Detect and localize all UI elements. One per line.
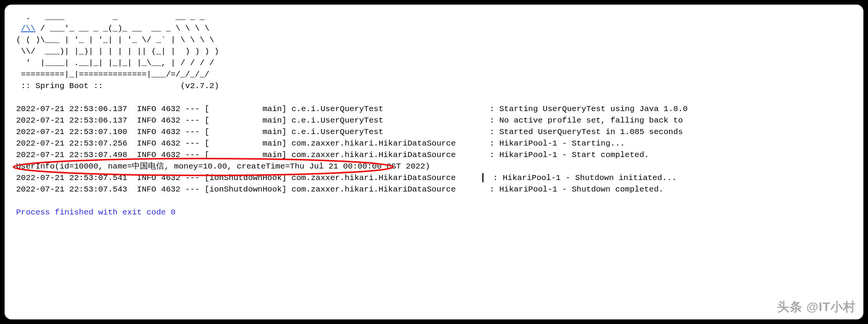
banner-line: /\\ / ___'_ __ _ _(_)_ __ __ _ \ \ \ \ [16, 23, 852, 34]
banner-link[interactable]: /\\ [21, 24, 36, 33]
log-line: 2022-07-21 22:53:07.541 INFO 4632 --- [i… [16, 172, 852, 184]
log-text: 2022-07-21 22:53:07.541 INFO 4632 --- [i… [16, 173, 480, 182]
banner-line: . ____ _ __ _ _ [16, 11, 852, 23]
banner-text [16, 24, 21, 33]
banner-line: =========|_|==============|___/=/_/_/_/ [16, 69, 852, 80]
banner-line: :: Spring Boot :: (v2.7.2) [16, 80, 852, 92]
log-line: 2022-07-21 22:53:07.543 INFO 4632 --- [i… [16, 184, 852, 195]
banner-line: ' |____| .__|_| |_|_| |_\__, | / / / / [16, 57, 852, 69]
banner-line: \\/ ___)| |_)| | | | | || (_| | ) ) ) ) [16, 46, 852, 57]
log-line: 2022-07-21 22:53:07.256 INFO 4632 --- [ … [16, 138, 852, 149]
log-line: 2022-07-21 22:53:06.137 INFO 4632 --- [ … [16, 103, 852, 115]
log-line-highlighted: UserInfo(id=10000, name=中国电信, money=10.0… [16, 161, 852, 172]
log-line: 2022-07-21 22:53:06.137 INFO 4632 --- [ … [16, 115, 852, 126]
log-text: : HikariPool-1 - Shutdown initiated... [483, 173, 677, 182]
log-line: 2022-07-21 22:53:07.100 INFO 4632 --- [ … [16, 126, 852, 138]
banner-line: ( ( )\___ | '_ | '_| | '_ \/ _` | \ \ \ … [16, 34, 852, 46]
blank-line [16, 195, 852, 207]
banner-text: / ___'_ __ _ _(_)_ __ __ _ \ \ \ \ [35, 24, 209, 33]
watermark: 头条 @IT小村 [777, 299, 856, 316]
blank-line [16, 92, 852, 103]
process-exit-line: Process finished with exit code 0 [16, 207, 852, 218]
log-line: 2022-07-21 22:53:07.498 INFO 4632 --- [ … [16, 149, 852, 161]
console-output: . ____ _ __ _ _ /\\ / ___'_ __ _ _(_)_ _… [5, 5, 863, 319]
